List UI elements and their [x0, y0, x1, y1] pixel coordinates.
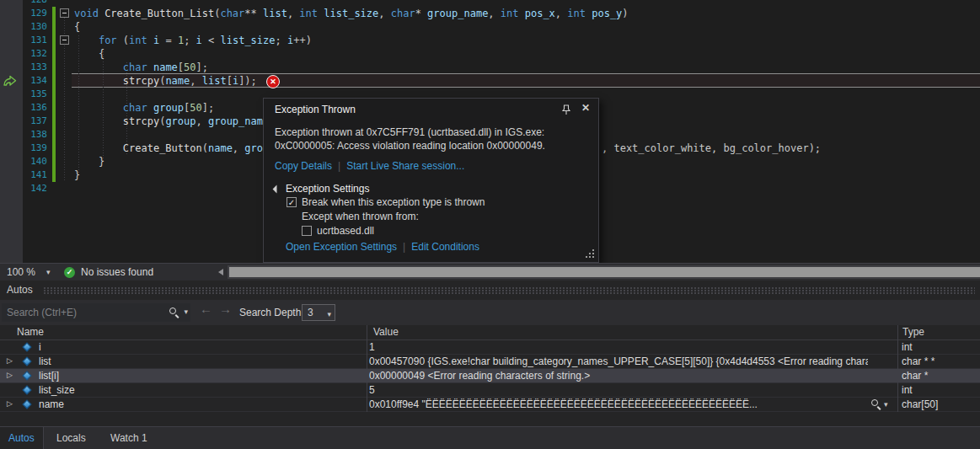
- search-icon: [169, 307, 179, 318]
- zoom-level-select[interactable]: 100 % ▾: [0, 264, 59, 281]
- resize-grip[interactable]: [586, 249, 594, 258]
- variable-icon: [22, 356, 31, 366]
- line-number: 134: [23, 74, 47, 88]
- line-number: 129: [23, 7, 47, 20]
- column-splitter[interactable]: [897, 325, 898, 412]
- expand-arrow-icon[interactable]: ▷: [7, 399, 13, 408]
- column-header-name[interactable]: Name: [17, 326, 44, 338]
- line-number: 130: [23, 20, 47, 34]
- code-text: for (int i = 1; i < list_size; i++): [74, 34, 312, 47]
- variable-type: char[50]: [902, 398, 938, 410]
- code-line: 130{: [0, 20, 980, 34]
- expand-arrow-icon[interactable]: ▷: [7, 356, 13, 365]
- tab-watch-1[interactable]: Watch 1: [102, 427, 156, 449]
- line-number: 137: [23, 115, 47, 128]
- line-number: 142: [23, 182, 47, 195]
- grid-header: Name Value Type: [0, 325, 980, 340]
- variable-name: list: [39, 355, 51, 367]
- variable-type: int: [902, 384, 913, 396]
- search-depth-value: 3: [308, 305, 313, 320]
- code-text: strcpy(group, group_name);: [74, 115, 281, 128]
- code-text: {: [74, 20, 80, 34]
- scroll-left-arrow[interactable]: [218, 269, 223, 275]
- autos-toolbar: ▾ ← → Search Depth: 3 ▾: [0, 300, 980, 325]
- exception-error-icon[interactable]: ✕: [266, 75, 280, 88]
- code-line: 133 char name[50];: [0, 61, 980, 74]
- fold-collapse-box[interactable]: [60, 35, 69, 45]
- column-splitter[interactable]: [367, 325, 367, 412]
- break-exception-checkbox[interactable]: ✓: [287, 197, 297, 207]
- execution-pointer-icon: [3, 75, 19, 89]
- chevron-down-icon: ▾: [327, 307, 331, 322]
- horizontal-scrollbar-thumb[interactable]: [229, 267, 980, 277]
- variable-name: name: [39, 398, 64, 410]
- variable-row-list[i][interactable]: ▷list[i]0x00000049 <Error reading charac…: [0, 369, 980, 383]
- variable-icon: [22, 385, 31, 394]
- live-share-link[interactable]: Start Live Share session...: [346, 160, 464, 172]
- variable-value: 0x00457090 {IGS.exe!char building_catego…: [369, 355, 868, 367]
- variable-icon: [22, 399, 31, 409]
- module-checkbox[interactable]: [302, 226, 312, 236]
- open-exception-settings-link[interactable]: Open Exception Settings: [286, 241, 397, 253]
- code-text: char name[50];: [74, 61, 208, 74]
- code-line: 134 strcpy(name, list[i]);: [0, 74, 980, 88]
- line-number: 141: [23, 168, 47, 182]
- variable-value: 5: [369, 384, 868, 396]
- variables-grid: i1int▷list0x00457090 {IGS.exe!char build…: [0, 340, 980, 412]
- search-button[interactable]: ▾: [165, 303, 190, 322]
- code-text: strcpy(name, list[i]);: [74, 74, 257, 88]
- tab-autos[interactable]: Autos: [0, 427, 44, 449]
- module-label: ucrtbased.dll: [317, 225, 374, 237]
- exception-message-line2: 0xC0000005: Access violation reading loc…: [275, 140, 545, 152]
- line-number: 132: [23, 47, 47, 61]
- except-when-thrown-label: Except when thrown from:: [302, 211, 419, 222]
- panel-drag-handle[interactable]: [44, 287, 975, 294]
- expand-arrow-icon[interactable]: ▷: [7, 371, 13, 379]
- variable-row-name[interactable]: ▷name0x010ff9e4 "ËËËËËËËËËËËËËËËËËËËËËËË…: [0, 398, 980, 412]
- exception-settings-header[interactable]: Exception Settings: [286, 183, 369, 195]
- line-number: 139: [23, 142, 47, 155]
- edit-conditions-link[interactable]: Edit Conditions: [411, 241, 479, 253]
- variable-type: int: [902, 341, 913, 353]
- tab-locals[interactable]: Locals: [48, 427, 94, 449]
- search-forward-arrow[interactable]: →: [219, 302, 232, 316]
- copy-details-link[interactable]: Copy Details: [275, 160, 332, 172]
- variable-type: char * *: [902, 355, 934, 367]
- magnifier-icon: [871, 399, 881, 409]
- search-depth-select[interactable]: 3 ▾: [302, 304, 335, 321]
- text-visualizer-button[interactable]: ▾: [871, 399, 881, 412]
- search-input[interactable]: [2, 303, 165, 322]
- column-header-type[interactable]: Type: [902, 326, 924, 338]
- variable-type: char *: [902, 370, 928, 382]
- exception-popup: Exception Thrown ✕ Exception thrown at 0…: [263, 98, 599, 263]
- exception-settings-expander-icon[interactable]: [273, 185, 281, 194]
- code-editor[interactable]: 128129void Create_Button_List(char** lis…: [0, 0, 980, 263]
- column-header-value[interactable]: Value: [373, 326, 399, 338]
- code-text: Create_Button(name, group: [74, 142, 275, 155]
- variable-row-i[interactable]: i1int: [0, 340, 980, 355]
- fold-collapse-box[interactable]: [60, 8, 69, 18]
- variable-value: 1: [369, 341, 868, 353]
- zoom-level-value: 100 %: [7, 264, 35, 281]
- code-line: 128: [0, 0, 980, 7]
- code-text: {: [74, 47, 104, 61]
- line-number: 135: [23, 88, 47, 101]
- variable-name: i: [39, 341, 41, 353]
- search-depth-label: Search Depth:: [239, 307, 304, 318]
- code-line-139-tail: , text_color_white, bg_color_hover);: [602, 142, 821, 155]
- variable-row-list[interactable]: ▷list0x00457090 {IGS.exe!char building_c…: [0, 355, 980, 369]
- link-separator: |: [338, 160, 340, 172]
- horizontal-scrollbar-track[interactable]: [228, 265, 980, 279]
- search-back-arrow[interactable]: ←: [200, 302, 212, 316]
- line-number: 138: [23, 128, 47, 142]
- line-number: 133: [23, 61, 47, 74]
- code-line: 131 for (int i = 1; i < list_size; i++): [0, 34, 980, 47]
- pin-icon[interactable]: [561, 104, 571, 115]
- close-icon[interactable]: ✕: [581, 102, 590, 114]
- chevron-down-icon: ▾: [46, 264, 51, 281]
- code-text: }: [74, 155, 104, 168]
- tool-window-tabbar: AutosLocalsWatch 1: [0, 426, 980, 449]
- issues-status-text[interactable]: No issues found: [81, 264, 153, 281]
- variable-row-list_size[interactable]: list_size5int: [0, 383, 980, 398]
- variable-value: 0x010ff9e4 "ËËËËËËËËËËËËËËËËËËËËËËËËËËËË…: [369, 398, 868, 410]
